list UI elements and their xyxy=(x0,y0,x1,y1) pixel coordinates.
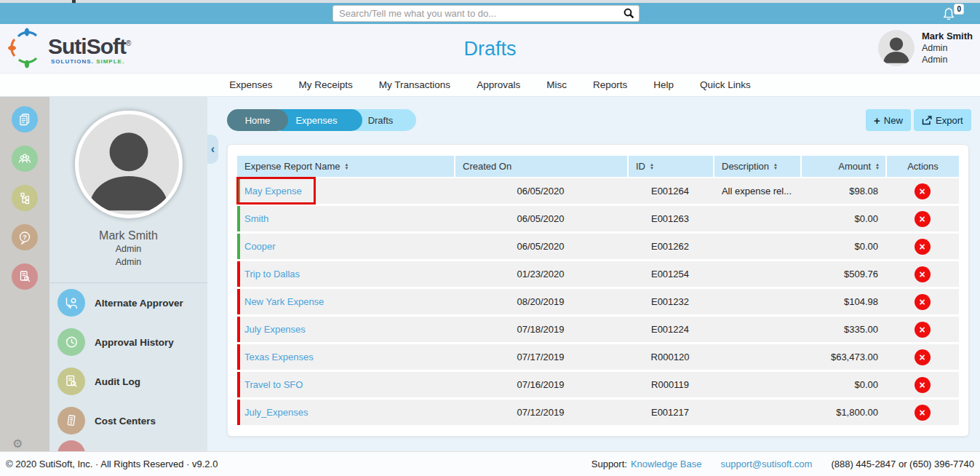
amount-cell: $0.00 xyxy=(800,206,885,231)
drafts-table-card: Expense Report Name ▲▼ Created On ID ▲▼ … xyxy=(227,144,969,437)
sort-icon: ▲▼ xyxy=(773,163,778,170)
delete-button[interactable]: × xyxy=(915,405,931,421)
nav-item-expenses[interactable]: Expenses xyxy=(229,79,272,90)
audit-icon[interactable] xyxy=(12,263,38,290)
created-on-cell: 07/12/2019 xyxy=(454,400,627,425)
column-header-amount[interactable]: Amount ▲▼ xyxy=(800,156,885,177)
nav-item-my-receipts[interactable]: My Receipts xyxy=(299,79,353,90)
chevron-left-icon: ‹ xyxy=(211,143,215,156)
hierarchy-icon[interactable] xyxy=(12,185,38,211)
delete-button[interactable]: × xyxy=(915,183,931,199)
nav-item-reports[interactable]: Reports xyxy=(593,79,627,90)
table-row: Texas Expenses 07/17/2019 R000120 $63,47… xyxy=(237,344,959,370)
report-name-link[interactable]: Smith xyxy=(244,213,268,224)
created-on-cell: 07/17/2019 xyxy=(454,344,627,370)
nav-item-approvals[interactable]: Approvals xyxy=(477,79,520,90)
search-button[interactable] xyxy=(618,6,639,21)
amount-cell: $63,473.00 xyxy=(800,344,885,370)
user-role-2: Admin xyxy=(922,54,973,66)
team-icon[interactable] xyxy=(12,146,38,172)
svg-text:$: $ xyxy=(70,420,73,424)
top-bar: 0 xyxy=(0,3,980,24)
support-phone: (888) 445-2847 or (650) 396-7740 xyxy=(831,459,974,469)
sidebar-item-audit-log[interactable]: Audit Log xyxy=(49,362,207,401)
column-header-id[interactable]: ID ▲▼ xyxy=(627,156,713,177)
sidebar-item-alternate-approver[interactable]: Alternate Approver xyxy=(49,283,207,322)
profile-avatar xyxy=(75,111,183,218)
table-row: July Expenses 07/18/2019 E001224 $335.00… xyxy=(237,317,959,342)
delete-button[interactable]: × xyxy=(915,239,931,255)
user-menu[interactable]: Mark Smith Admin Admin xyxy=(878,30,973,66)
sidebar-item-partial-icon xyxy=(57,440,85,451)
sidebar-item-approval-history[interactable]: Approval History xyxy=(49,322,207,362)
audit-log-icon xyxy=(57,368,85,395)
id-cell: E001262 xyxy=(627,234,713,259)
status-strip xyxy=(237,372,240,397)
user-avatar xyxy=(878,30,915,66)
amount-cell: $509.76 xyxy=(800,261,885,287)
report-name-link[interactable]: New Yark Expense xyxy=(244,296,324,307)
breadcrumb-home[interactable]: Home xyxy=(227,109,288,131)
table-header: Expense Report Name ▲▼ Created On ID ▲▼ … xyxy=(237,156,959,177)
report-name-link[interactable]: July Expenses xyxy=(244,324,306,335)
column-header-description[interactable]: Description ▲▼ xyxy=(713,156,800,177)
knowledge-base-link[interactable]: Knowledge Base xyxy=(631,459,702,469)
delete-button[interactable]: × xyxy=(915,211,931,227)
description-cell: All expense rel... xyxy=(713,178,800,204)
nav-item-my-transactions[interactable]: My Transactions xyxy=(379,79,450,90)
search-input[interactable] xyxy=(333,8,618,19)
status-strip xyxy=(237,344,240,370)
sidebar-item-label: Audit Log xyxy=(95,376,140,387)
export-button[interactable]: Export xyxy=(914,109,971,131)
report-name-link[interactable]: Texas Expenses xyxy=(244,352,314,362)
id-cell: E001224 xyxy=(627,317,713,342)
description-cell xyxy=(713,261,800,287)
report-name-link[interactable]: July_Expenses xyxy=(244,407,308,418)
delete-button[interactable]: × xyxy=(915,322,931,338)
profile-name: Mark Smith xyxy=(49,229,207,242)
x-icon: × xyxy=(919,322,925,337)
report-name-link[interactable]: Travel to SFO xyxy=(244,379,303,390)
report-name-link[interactable]: May Expense xyxy=(244,186,302,197)
x-icon: × xyxy=(919,212,925,226)
status-strip xyxy=(237,234,240,259)
status-strip xyxy=(237,261,240,287)
status-strip xyxy=(237,289,240,314)
sort-icon: ▲▼ xyxy=(345,163,349,170)
column-header-actions: Actions xyxy=(885,156,959,177)
delete-button[interactable]: × xyxy=(915,349,931,365)
sort-icon: ▲▼ xyxy=(650,163,654,170)
support-email-link[interactable]: support@sutisoft.com xyxy=(720,459,812,469)
amount-cell: $335.00 xyxy=(800,317,885,342)
column-header-expense-report-name[interactable]: Expense Report Name ▲▼ xyxy=(237,156,454,177)
status-strip xyxy=(237,206,240,231)
nav-item-help[interactable]: Help xyxy=(653,79,674,90)
copyright-text: © 2020 SutiSoft, Inc. · All Rights Reser… xyxy=(6,459,218,469)
pages-icon[interactable] xyxy=(12,106,38,132)
new-button[interactable]: + New xyxy=(866,109,911,131)
settings-gear-icon[interactable]: ⚙ xyxy=(12,438,23,450)
created-on-cell: 07/16/2019 xyxy=(454,372,627,397)
notification-count-badge: 0 xyxy=(954,4,964,15)
report-name-link[interactable]: Trip to Dallas xyxy=(244,269,300,279)
sidebar-item-cost-centers[interactable]: $ Cost Centers xyxy=(49,401,207,440)
footer: © 2020 SutiSoft, Inc. · All Rights Reser… xyxy=(0,451,980,476)
nav-item-quick-links[interactable]: Quick Links xyxy=(700,79,751,90)
help-icon[interactable]: ? xyxy=(12,224,38,250)
main-nav: Expenses My Receipts My Transactions App… xyxy=(0,73,980,97)
report-name-link[interactable]: Cooper xyxy=(244,241,276,252)
notifications-bell[interactable]: 0 xyxy=(941,6,958,23)
created-on-cell: 06/05/2020 xyxy=(454,206,627,231)
sort-icon: ▲▼ xyxy=(875,163,880,170)
user-role-1: Admin xyxy=(922,42,973,54)
delete-button[interactable]: × xyxy=(915,294,931,310)
nav-item-misc[interactable]: Misc xyxy=(546,79,567,90)
x-icon: × xyxy=(919,239,925,254)
id-cell: R000120 xyxy=(627,344,713,370)
delete-button[interactable]: × xyxy=(915,266,931,282)
amount-cell: $0.00 xyxy=(800,234,885,259)
sidebar-collapse-toggle[interactable]: ‹ xyxy=(207,135,218,164)
table-row: May Expense 06/05/2020 E001264 All expen… xyxy=(237,178,959,204)
description-cell xyxy=(713,372,800,397)
delete-button[interactable]: × xyxy=(915,377,931,393)
